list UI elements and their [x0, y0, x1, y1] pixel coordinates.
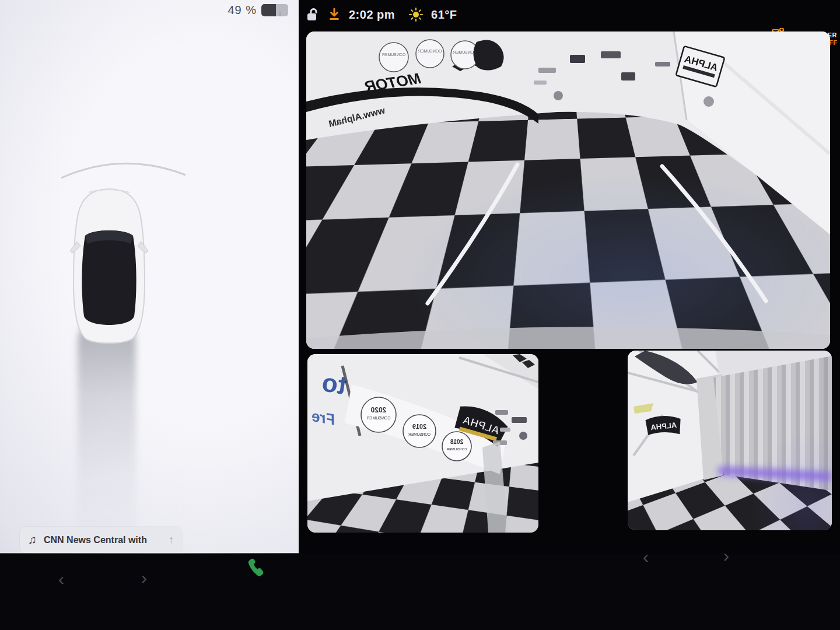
battery-status: 49 %	[228, 4, 288, 17]
award-year-2018: 2018	[450, 439, 463, 445]
now-playing-title: CNN News Central with	[44, 535, 162, 545]
lens-tint-overlay	[628, 351, 832, 530]
media-prev-chevron[interactable]: ‹	[58, 569, 64, 589]
music-note-icon: ♫	[28, 533, 37, 547]
svg-text:CONSUMER: CONSUMER	[408, 432, 430, 436]
outside-temperature[interactable]: 61°F	[431, 8, 457, 22]
phone-icon[interactable]	[245, 558, 271, 586]
award-year-2020: 2020	[370, 406, 386, 414]
rear-camera-wall-scene: MOTOR www.AlphaM CONSUMER CONSUMER CONSU…	[306, 32, 830, 349]
right-guideline	[662, 166, 766, 301]
battery-icon	[261, 4, 288, 16]
status-bar: 2:02 pm 61°F	[306, 5, 457, 24]
media-next-chevron[interactable]: ›	[141, 568, 147, 588]
svg-text:CONSUMER: CONSUMER	[446, 447, 467, 451]
tesla-touchscreen: 49 % ♫ CNN News Central with ↑ 2:02 pm	[0, 0, 840, 630]
svg-text:CONSUMER: CONSUMER	[453, 50, 477, 54]
unlocked-padlock-icon[interactable]	[306, 7, 320, 22]
svg-text:CONSUMER: CONSUMER	[418, 49, 442, 53]
own-car-top-view	[65, 186, 153, 349]
clock[interactable]: 2:02 pm	[349, 8, 395, 22]
sun-weather-icon	[409, 8, 423, 22]
rear-camera-view[interactable]: MOTOR www.AlphaM CONSUMER CONSUMER CONSU…	[306, 32, 830, 349]
left-guideline	[428, 164, 517, 303]
battery-percent-label: 49 %	[228, 4, 257, 17]
svg-text:CONSUMER: CONSUMER	[367, 416, 391, 420]
car-motion-trail	[78, 318, 136, 545]
right-repeater-camera-view[interactable]: ALPHA	[628, 351, 832, 530]
software-update-download-icon[interactable]	[328, 8, 341, 22]
expand-arrow-icon[interactable]: ↑	[169, 534, 174, 546]
media-mini-player[interactable]: ♫ CNN News Central with ↑	[20, 527, 182, 553]
vehicle-visualization-panel: 49 % ♫ CNN News Central with ↑	[0, 0, 299, 554]
award-year-2019: 2019	[412, 423, 426, 430]
bottom-launcher-bar: ‹ LO › ★ T I ‹ ›	[0, 554, 840, 630]
left-repeater-wall-scene: to Fre 2020 CONSUMER 2019 CONSUMER 2018 …	[307, 354, 538, 533]
svg-text:CONSUMER: CONSUMER	[382, 52, 406, 57]
volume-up-chevron[interactable]: ›	[723, 546, 729, 566]
volume-down-chevron[interactable]: ‹	[643, 547, 649, 567]
left-repeater-camera-view[interactable]: to Fre 2020 CONSUMER 2019 CONSUMER 2018 …	[307, 354, 538, 533]
